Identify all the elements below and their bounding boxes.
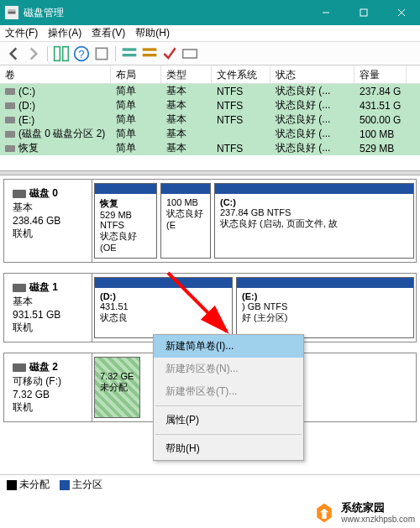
ctx-new-simple-volume[interactable]: 新建简单卷(I)... [154, 335, 303, 358]
disk-1-part-d[interactable]: (D:) 431.51 状态良 [94, 277, 233, 338]
svg-rect-15 [183, 50, 197, 58]
menu-action[interactable]: 操作(A) [48, 26, 81, 40]
disk-icon [13, 363, 26, 372]
svg-rect-11 [123, 48, 137, 50]
svg-rect-10 [96, 48, 107, 59]
toolbar-list1-icon[interactable] [121, 45, 138, 62]
drive-icon [5, 131, 15, 138]
svg-rect-14 [143, 54, 157, 56]
svg-rect-7 [63, 46, 69, 60]
svg-rect-13 [143, 48, 157, 50]
col-status[interactable]: 状态 [270, 65, 354, 83]
app-icon [5, 6, 18, 19]
col-layout[interactable]: 布局 [111, 65, 161, 83]
legend: 未分配 主分区 [0, 474, 420, 494]
drive-icon [5, 88, 15, 95]
svg-rect-3 [360, 9, 367, 16]
back-icon[interactable] [5, 45, 22, 62]
close-button[interactable] [382, 0, 420, 25]
disk-0-row: 磁盘 0 基本 238.46 GB 联机 恢复 529 MB NTFS 状态良好… [3, 179, 417, 263]
toolbar-card-icon[interactable] [181, 45, 198, 62]
toolbar-help-icon[interactable]: ? [73, 45, 90, 62]
svg-rect-0 [8, 12, 16, 14]
svg-rect-12 [123, 54, 137, 56]
brand-logo-icon [312, 501, 336, 525]
table-row[interactable]: (E:)简单基本NTFS状态良好 (...500.00 G [0, 112, 420, 127]
brand-url: www.xnzkhpsb.com [341, 515, 415, 524]
drive-icon [5, 145, 15, 152]
disk-2-part-unallocated[interactable]: 7.32 GE 未分配 [94, 357, 140, 418]
minimize-button[interactable] [307, 0, 344, 25]
disk-icon [13, 284, 26, 292]
col-type[interactable]: 类型 [161, 65, 212, 83]
toolbar-check-icon[interactable] [161, 45, 178, 62]
menubar: 文件(F) 操作(A) 查看(V) 帮助(H) [0, 25, 420, 42]
disk-1-label[interactable]: 磁盘 1 基本 931.51 GB 联机 [4, 274, 92, 342]
disk-2-label[interactable]: 磁盘 2 可移动 (F:) 7.32 GB 联机 [4, 353, 92, 421]
menu-view[interactable]: 查看(V) [92, 26, 125, 40]
table-row[interactable]: 恢复简单基本NTFS状态良好 (...529 MB [0, 141, 420, 155]
disk-0-part-recovery[interactable]: 恢复 529 MB NTFS 状态良好 (OE [94, 183, 157, 259]
volume-table: 卷 布局 类型 文件系统 状态 容量 (C:)简单基本NTFS状态良好 (...… [0, 65, 420, 170]
watermark: 系统家园 www.xnzkhpsb.com [312, 501, 415, 525]
disk-1-row: 磁盘 1 基本 931.51 GB 联机 (D:) 431.51 状态良 (E:… [3, 273, 417, 342]
ctx-help[interactable]: 帮助(H) [154, 437, 303, 460]
svg-text:?: ? [78, 48, 84, 60]
drive-icon [5, 102, 15, 109]
legend-primary-swatch [60, 480, 70, 490]
table-row[interactable]: (磁盘 0 磁盘分区 2)简单基本状态良好 (...100 MB [0, 127, 420, 141]
forward-icon[interactable] [25, 45, 42, 62]
brand-name: 系统家园 [341, 502, 415, 514]
toolbar-list2-icon[interactable] [141, 45, 158, 62]
toolbar-props-icon[interactable] [93, 45, 110, 62]
table-row[interactable]: (D:)简单基本NTFS状态良好 (...431.51 G [0, 98, 420, 112]
ctx-new-striped-volume: 新建带区卷(T)... [154, 380, 303, 403]
svg-rect-17 [323, 512, 327, 519]
disk-icon [13, 190, 26, 198]
ctx-new-spanned-volume: 新建跨区卷(N)... [154, 358, 303, 380]
disk-0-label[interactable]: 磁盘 0 基本 238.46 GB 联机 [4, 180, 92, 262]
ctx-properties[interactable]: 属性(P) [154, 409, 303, 431]
col-capacity[interactable]: 容量 [354, 65, 407, 83]
menu-help[interactable]: 帮助(H) [135, 26, 170, 40]
svg-rect-6 [55, 46, 60, 60]
disk-0-part-efi[interactable]: 100 MB 状态良好 (E [160, 183, 211, 259]
col-volume[interactable]: 卷 [0, 65, 111, 83]
svg-rect-1 [8, 9, 16, 11]
disk-1-part-e[interactable]: (E:) ) GB NTFS 好 (主分区) [236, 277, 414, 338]
maximize-button[interactable] [344, 0, 382, 25]
table-row[interactable]: (C:)简单基本NTFS状态良好 (...237.84 G [0, 84, 420, 98]
legend-unalloc-swatch [7, 480, 17, 490]
titlebar: 磁盘管理 [0, 0, 420, 25]
col-filesystem[interactable]: 文件系统 [212, 65, 270, 83]
toolbar: ? [0, 42, 420, 65]
toolbar-view1-icon[interactable] [53, 45, 70, 62]
menu-file[interactable]: 文件(F) [5, 26, 38, 40]
window-title: 磁盘管理 [24, 6, 64, 20]
drive-icon [5, 117, 15, 123]
context-menu: 新建简单卷(I)... 新建跨区卷(N)... 新建带区卷(T)... 属性(P… [153, 334, 304, 461]
disk-0-part-c[interactable]: (C:) 237.84 GB NTFS 状态良好 (启动, 页面文件, 故 [214, 183, 414, 259]
